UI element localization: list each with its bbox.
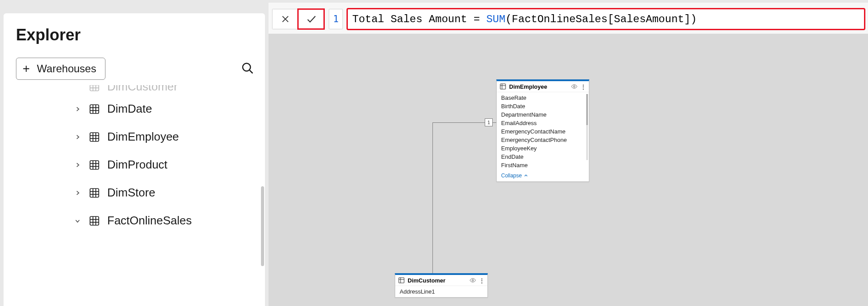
- search-button[interactable]: [238, 59, 257, 79]
- relationship-line: [432, 122, 433, 291]
- table-icon: [88, 102, 101, 116]
- svg-rect-22: [90, 188, 99, 197]
- entity-header[interactable]: DimCustomer ⋮: [395, 275, 487, 286]
- entity-field[interactable]: DepartmentName: [501, 111, 584, 118]
- entity-title: DimCustomer: [408, 277, 445, 284]
- table-icon: [88, 158, 101, 172]
- entity-field[interactable]: EmailAddress: [501, 119, 584, 127]
- svg-rect-34: [500, 84, 506, 89]
- chevron-down-icon: [74, 217, 82, 225]
- add-warehouses-button[interactable]: + Warehouses: [16, 58, 105, 80]
- checkmark-icon: [306, 13, 317, 25]
- entity-collapse-button[interactable]: Collapse: [497, 171, 589, 181]
- relationship-cardinality-badge: 1: [485, 118, 493, 126]
- commit-formula-button[interactable]: [298, 9, 324, 29]
- table-icon: [398, 277, 405, 284]
- explorer-panel: Explorer + Warehouses DimCustomer: [4, 13, 265, 306]
- collapse-label: Collapse: [501, 173, 522, 179]
- more-icon[interactable]: ⋮: [479, 277, 485, 284]
- entity-card-dimemployee[interactable]: DimEmployee ⋮ BaseRate BirthDate Departm…: [496, 79, 589, 182]
- svg-rect-38: [399, 278, 404, 283]
- table-icon: [88, 186, 101, 200]
- token-open-paren: (: [506, 13, 512, 25]
- search-icon: [241, 62, 254, 75]
- sidebar-item-dimproduct[interactable]: DimProduct: [74, 151, 253, 179]
- svg-rect-27: [90, 216, 99, 225]
- scrollbar[interactable]: [586, 94, 588, 160]
- entity-fields: AddressLine1: [395, 286, 487, 297]
- scrollbar-thumb[interactable]: [261, 186, 264, 266]
- sidebar-item-label: DimDate: [107, 102, 152, 116]
- svg-point-41: [472, 279, 474, 281]
- table-icon: [88, 214, 101, 228]
- entity-header[interactable]: DimEmployee ⋮: [497, 81, 589, 92]
- entity-field[interactable]: EmergencyContactPhone: [501, 136, 584, 144]
- cancel-formula-button[interactable]: [272, 9, 298, 29]
- token-close-paren: ): [690, 13, 697, 25]
- sidebar-item-dimdate[interactable]: DimDate: [74, 95, 253, 123]
- token-equals: =: [474, 13, 487, 25]
- plus-icon: +: [23, 62, 30, 76]
- close-icon: [280, 14, 290, 24]
- svg-point-37: [573, 86, 575, 87]
- model-canvas[interactable]: 1 DimEmployee ⋮ BaseRate BirthDate: [269, 34, 868, 306]
- explorer-toolbar: + Warehouses: [16, 58, 257, 80]
- sidebar-item-dimemployee[interactable]: DimEmployee: [74, 123, 253, 151]
- visibility-icon[interactable]: [571, 83, 577, 90]
- more-icon[interactable]: ⋮: [580, 83, 586, 90]
- sidebar-item-label: FactOnlineSales: [107, 214, 192, 228]
- svg-rect-17: [90, 161, 99, 169]
- entity-card-dimcustomer[interactable]: DimCustomer ⋮ AddressLine1: [395, 273, 488, 298]
- chevron-right-icon: [74, 133, 82, 141]
- table-icon: [88, 85, 101, 93]
- entity-field[interactable]: FirstName: [501, 161, 584, 169]
- entity-field[interactable]: EmployeeKey: [501, 145, 584, 152]
- formula-button-group: [272, 9, 324, 29]
- token-function: SUM: [486, 13, 505, 25]
- warehouses-button-label: Warehouses: [37, 63, 96, 75]
- visibility-icon[interactable]: [470, 277, 476, 283]
- chevron-right-icon: [74, 85, 82, 90]
- svg-point-0: [243, 63, 251, 71]
- chevron-right-icon: [74, 189, 82, 197]
- explorer-tree: DimCustomer DimDate DimEmployee: [16, 92, 257, 235]
- svg-line-1: [249, 70, 253, 73]
- entity-field[interactable]: EmergencyContactName: [501, 128, 584, 135]
- svg-rect-12: [90, 133, 99, 141]
- sidebar-item-label: DimProduct: [107, 158, 167, 172]
- formula-input[interactable]: Total Sales Amount = SUM(FactOnlineSales…: [347, 9, 864, 29]
- entity-field[interactable]: EndDate: [501, 153, 584, 161]
- table-icon: [499, 83, 506, 90]
- formula-line-number: 1: [329, 9, 343, 29]
- sidebar-item-label: DimCustomer: [107, 85, 178, 94]
- sidebar-item-factonlinesales[interactable]: FactOnlineSales: [74, 207, 253, 235]
- entity-field[interactable]: AddressLine1: [400, 288, 483, 295]
- entity-title: DimEmployee: [509, 83, 547, 90]
- entity-field[interactable]: BirthDate: [501, 102, 584, 110]
- token-reference: FactOnlineSales[SalesAmount]: [512, 13, 690, 25]
- sidebar-item-label: DimEmployee: [107, 130, 179, 144]
- table-icon: [88, 130, 101, 144]
- entity-field[interactable]: BaseRate: [501, 94, 584, 102]
- chevron-right-icon: [74, 161, 82, 169]
- main-area: 1 Total Sales Amount = SUM(FactOnlineSal…: [269, 3, 868, 306]
- entity-fields: BaseRate BirthDate DepartmentName EmailA…: [497, 92, 589, 171]
- sidebar-item-dimcustomer[interactable]: DimCustomer: [74, 85, 253, 95]
- chevron-up-icon: [524, 173, 528, 178]
- explorer-title: Explorer: [16, 26, 257, 44]
- token-measure: Total Sales Amount: [352, 13, 474, 25]
- sidebar-item-dimstore[interactable]: DimStore: [74, 179, 253, 207]
- chevron-right-icon: [74, 105, 82, 113]
- formula-bar: 1 Total Sales Amount = SUM(FactOnlineSal…: [269, 3, 868, 34]
- sidebar-item-label: DimStore: [107, 186, 155, 200]
- svg-rect-7: [90, 105, 99, 114]
